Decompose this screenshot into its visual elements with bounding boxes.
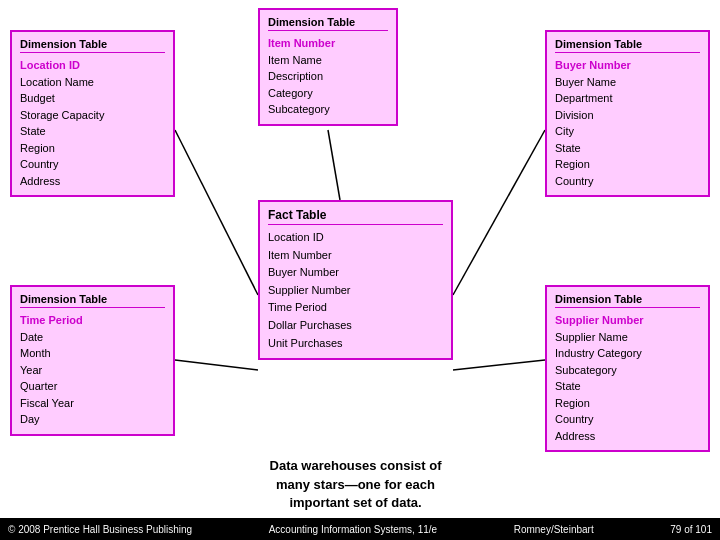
time-field-0: Time Period — [20, 312, 165, 329]
item-field-1: Item Name — [268, 52, 388, 69]
footer-page: 79 of 101 — [670, 524, 712, 535]
location-dim-title: Dimension Table — [20, 38, 165, 53]
item-field-2: Description — [268, 68, 388, 85]
footer-right: Romney/Steinbart — [514, 524, 594, 535]
buyer-field-2: Department — [555, 90, 700, 107]
item-field-0: Item Number — [268, 35, 388, 52]
item-dimension-table: Dimension Table Item Number Item Name De… — [258, 8, 398, 126]
footer-center: Accounting Information Systems, 11/e — [269, 524, 437, 535]
supplier-field-2: Industry Category — [555, 345, 700, 362]
location-field-5: Region — [20, 140, 165, 157]
supplier-field-1: Supplier Name — [555, 329, 700, 346]
location-field-0: Location ID — [20, 57, 165, 74]
fact-field-3: Supplier Number — [268, 282, 443, 300]
time-dim-title: Dimension Table — [20, 293, 165, 308]
location-field-2: Budget — [20, 90, 165, 107]
time-field-1: Date — [20, 329, 165, 346]
fact-field-0: Location ID — [268, 229, 443, 247]
fact-table: Fact Table Location ID Item Number Buyer… — [258, 200, 453, 360]
footer-left: © 2008 Prentice Hall Business Publishing — [8, 524, 192, 535]
buyer-field-3: Division — [555, 107, 700, 124]
fact-field-2: Buyer Number — [268, 264, 443, 282]
main-container: Dimension Table Item Number Item Name De… — [0, 0, 720, 540]
svg-line-0 — [175, 130, 258, 295]
supplier-field-4: State — [555, 378, 700, 395]
supplier-field-0: Supplier Number — [555, 312, 700, 329]
time-field-2: Month — [20, 345, 165, 362]
buyer-field-6: Region — [555, 156, 700, 173]
location-dimension-table: Dimension Table Location ID Location Nam… — [10, 30, 175, 197]
supplier-field-5: Region — [555, 395, 700, 412]
item-field-3: Category — [268, 85, 388, 102]
time-dimension-table: Dimension Table Time Period Date Month Y… — [10, 285, 175, 436]
item-field-4: Subcategory — [268, 101, 388, 118]
svg-line-1 — [328, 130, 340, 200]
fact-field-1: Item Number — [268, 247, 443, 265]
buyer-field-4: City — [555, 123, 700, 140]
supplier-dimension-table: Dimension Table Supplier Number Supplier… — [545, 285, 710, 452]
footer: © 2008 Prentice Hall Business Publishing… — [0, 518, 720, 540]
supplier-dim-title: Dimension Table — [555, 293, 700, 308]
bottom-text: Data warehouses consist of many stars—on… — [258, 457, 453, 512]
time-field-6: Day — [20, 411, 165, 428]
location-field-4: State — [20, 123, 165, 140]
location-field-7: Address — [20, 173, 165, 190]
fact-field-4: Time Period — [268, 299, 443, 317]
item-dim-title: Dimension Table — [268, 16, 388, 31]
supplier-field-7: Address — [555, 428, 700, 445]
buyer-dimension-table: Dimension Table Buyer Number Buyer Name … — [545, 30, 710, 197]
supplier-field-3: Subcategory — [555, 362, 700, 379]
time-field-3: Year — [20, 362, 165, 379]
location-field-6: Country — [20, 156, 165, 173]
location-field-1: Location Name — [20, 74, 165, 91]
location-field-3: Storage Capacity — [20, 107, 165, 124]
supplier-field-6: Country — [555, 411, 700, 428]
buyer-field-5: State — [555, 140, 700, 157]
buyer-field-7: Country — [555, 173, 700, 190]
fact-field-5: Dollar Purchases — [268, 317, 443, 335]
svg-line-2 — [453, 130, 545, 295]
fact-table-title: Fact Table — [268, 208, 443, 225]
buyer-field-0: Buyer Number — [555, 57, 700, 74]
svg-line-3 — [175, 360, 258, 370]
svg-line-4 — [453, 360, 545, 370]
time-field-4: Quarter — [20, 378, 165, 395]
buyer-field-1: Buyer Name — [555, 74, 700, 91]
fact-field-6: Unit Purchases — [268, 335, 443, 353]
time-field-5: Fiscal Year — [20, 395, 165, 412]
buyer-dim-title: Dimension Table — [555, 38, 700, 53]
